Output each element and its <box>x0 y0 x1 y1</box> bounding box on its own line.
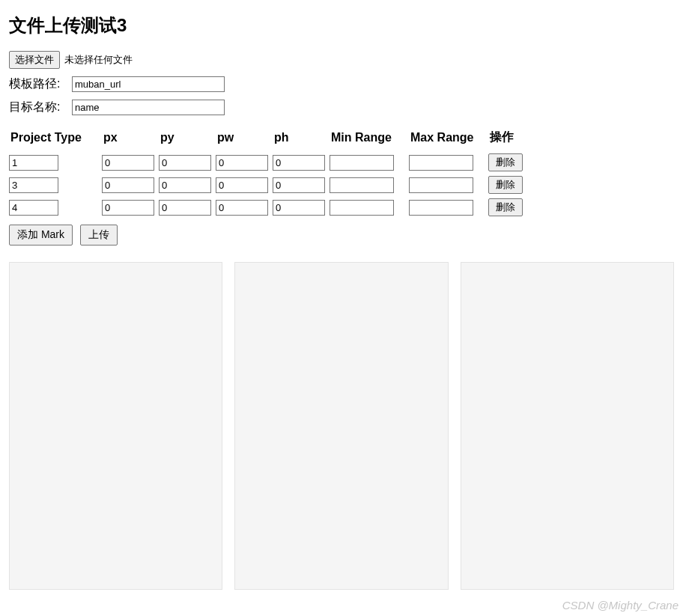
ph-input[interactable] <box>273 177 325 193</box>
pw-input[interactable] <box>216 200 268 216</box>
py-input[interactable] <box>159 177 211 193</box>
min-range-input[interactable] <box>330 155 394 171</box>
preview-panel-2 <box>234 262 448 590</box>
upload-button[interactable]: 上传 <box>80 225 118 246</box>
target-name-input[interactable] <box>72 100 225 115</box>
header-ph: ph <box>273 127 330 151</box>
preview-panel-3 <box>461 262 674 590</box>
header-py: py <box>159 127 216 151</box>
header-px: px <box>102 127 159 151</box>
px-input[interactable] <box>102 177 154 193</box>
px-input[interactable] <box>102 155 154 171</box>
delete-row-button[interactable]: 删除 <box>488 176 523 194</box>
ph-input[interactable] <box>273 155 325 171</box>
project-type-input[interactable] <box>9 200 58 216</box>
table-row: 删除 <box>9 196 526 219</box>
target-name-row: 目标名称: <box>9 100 674 115</box>
header-project-type: Project Type <box>9 127 102 151</box>
pw-input[interactable] <box>216 155 268 171</box>
header-max-range: Max Range <box>409 127 488 151</box>
header-actions: 操作 <box>488 127 526 151</box>
min-range-input[interactable] <box>330 200 394 216</box>
max-range-input[interactable] <box>409 155 473 171</box>
max-range-input[interactable] <box>409 177 473 193</box>
table-row: 删除 <box>9 174 526 196</box>
project-type-input[interactable] <box>9 155 58 171</box>
template-path-input[interactable] <box>72 76 225 92</box>
delete-row-button[interactable]: 删除 <box>488 153 523 171</box>
target-name-label: 目标名称: <box>9 100 67 115</box>
add-mark-button[interactable]: 添加 Mark <box>9 225 73 246</box>
template-path-label: 模板路径: <box>9 76 67 92</box>
preview-panels <box>9 262 674 590</box>
project-type-input[interactable] <box>9 177 58 193</box>
action-button-row: 添加 Mark 上传 <box>9 225 674 246</box>
header-min-range: Min Range <box>330 127 409 151</box>
py-input[interactable] <box>159 155 211 171</box>
preview-panel-1 <box>9 262 222 590</box>
header-pw: pw <box>216 127 273 151</box>
max-range-input[interactable] <box>409 200 473 216</box>
file-status-text: 未选择任何文件 <box>64 53 133 67</box>
marks-table: Project Type px py pw ph Min Range Max R… <box>9 127 526 219</box>
px-input[interactable] <box>102 200 154 216</box>
py-input[interactable] <box>159 200 211 216</box>
table-row: 删除 <box>9 151 526 174</box>
file-upload-row: 选择文件 未选择任何文件 <box>9 51 674 69</box>
page-title: 文件上传测试3 <box>9 13 674 37</box>
choose-file-button[interactable]: 选择文件 <box>9 51 60 69</box>
min-range-input[interactable] <box>330 177 394 193</box>
pw-input[interactable] <box>216 177 268 193</box>
ph-input[interactable] <box>273 200 325 216</box>
delete-row-button[interactable]: 删除 <box>488 198 523 216</box>
template-path-row: 模板路径: <box>9 76 674 92</box>
